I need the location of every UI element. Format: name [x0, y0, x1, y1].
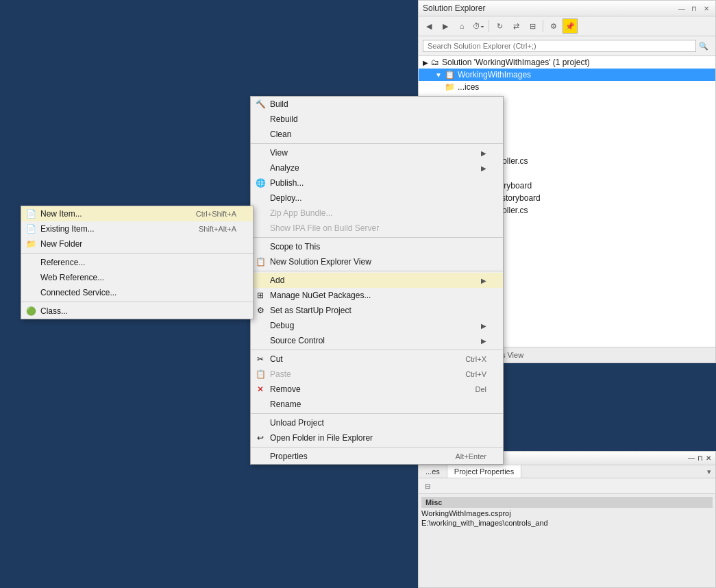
cm-zip-label: Zip App Bundle...: [270, 208, 332, 218]
cm-deploy[interactable]: Deploy...: [251, 191, 503, 206]
cm-clean-label: Clean: [270, 130, 291, 139]
tree-item-label: ...ices: [458, 82, 479, 92]
cm-sep-1: [251, 143, 503, 144]
remove-icon: ✕: [255, 384, 266, 395]
cm-rename[interactable]: Rename: [251, 397, 503, 412]
cm-paste: 📋 Paste Ctrl+V: [251, 367, 503, 382]
props-title-controls: — ⊓ ✕: [688, 454, 711, 462]
folder-icon: 📁: [445, 82, 455, 92]
cm-show-ipa: Show IPA File on Build Server: [251, 221, 503, 236]
cm-rebuild[interactable]: Rebuild: [251, 112, 503, 127]
sync-button[interactable]: ⇄: [508, 19, 523, 34]
sub-sep-2: [21, 302, 253, 302]
pin-button[interactable]: 📌: [563, 19, 578, 34]
cm-rename-label: Rename: [270, 400, 301, 409]
search-icon[interactable]: 🔍: [696, 38, 711, 53]
props-value-1: WorkingWithImages.csproj: [421, 509, 511, 517]
cm-source-control[interactable]: Source Control ▶: [251, 333, 503, 348]
cm-remove-label: Remove: [270, 384, 301, 394]
props-row-1: WorkingWithImages.csproj: [421, 509, 713, 517]
cm-analyze[interactable]: Analyze ▶: [251, 160, 503, 175]
sub-class-label: Class...: [40, 306, 68, 316]
cm-manage-nuget[interactable]: ⊞ Manage NuGet Packages...: [251, 288, 503, 303]
cm-analyze-label: Analyze: [270, 163, 299, 173]
cm-paste-shortcut: Ctrl+V: [465, 370, 486, 378]
cm-sep-3: [251, 271, 503, 271]
new-item-icon: 📄: [25, 208, 36, 219]
cm-paste-label: Paste: [270, 369, 291, 379]
sub-new-folder-label: New Folder: [40, 239, 82, 249]
solution-explorer-titlebar: Solution Explorer — ⊓ ✕: [419, 1, 715, 16]
sub-reference[interactable]: Reference...: [21, 255, 253, 270]
sub-existing-item-shortcut: Shift+Alt+A: [199, 225, 236, 233]
tree-item-solution[interactable]: ▶ 🗂 Solution 'WorkingWithImages' (1 proj…: [419, 56, 715, 69]
sub-new-item-label: New Item...: [40, 209, 82, 219]
cm-debug[interactable]: Debug ▶: [251, 318, 503, 333]
props-dropdown-icon[interactable]: ▾: [707, 467, 711, 476]
forward-button[interactable]: ▶: [438, 19, 453, 34]
sub-new-item-shortcut: Ctrl+Shift+A: [196, 210, 236, 218]
class-icon: 🟢: [25, 306, 36, 317]
tab-files[interactable]: ...es: [419, 465, 447, 478]
settings-button[interactable]: ⚙: [546, 19, 561, 34]
home-button[interactable]: ⌂: [454, 19, 469, 34]
props-minimize-icon[interactable]: —: [688, 454, 695, 462]
sub-existing-item[interactable]: 📄 Existing Item... Shift+Alt+A: [21, 221, 253, 236]
props-tabs-bar: ...es Project Properties ▾: [419, 465, 715, 478]
cm-cut-shortcut: Ctrl+X: [465, 355, 486, 363]
cm-open-folder-label: Open Folder in File Explorer: [270, 433, 373, 443]
cm-view[interactable]: View ▶: [251, 145, 503, 160]
cm-add-arrow: ▶: [481, 277, 486, 284]
cm-deploy-label: Deploy...: [270, 193, 301, 203]
cm-new-se-view[interactable]: 📋 New Solution Explorer View: [251, 254, 503, 269]
history-button[interactable]: ⏱▾: [471, 19, 486, 34]
cm-properties-label: Properties: [270, 452, 308, 461]
cm-clean[interactable]: Clean: [251, 127, 503, 142]
close-icon[interactable]: ✕: [702, 3, 711, 13]
cm-open-folder[interactable]: ↩ Open Folder in File Explorer: [251, 430, 503, 445]
cm-unload[interactable]: Unload Project: [251, 415, 503, 430]
cm-scope-to-this[interactable]: Scope to This: [251, 239, 503, 254]
cm-publish[interactable]: 🌐 Publish...: [251, 175, 503, 191]
sub-new-folder[interactable]: 📁 New Folder: [21, 236, 253, 252]
cm-build[interactable]: 🔨 Build: [251, 97, 503, 112]
back-button[interactable]: ◀: [421, 19, 436, 34]
cm-show-ipa-label: Show IPA File on Build Server: [270, 223, 379, 233]
sub-new-item[interactable]: 📄 New Item... Ctrl+Shift+A: [21, 206, 253, 221]
props-close-icon[interactable]: ✕: [706, 454, 711, 462]
tree-item-project[interactable]: ▼ 📋 WorkingWithImages: [419, 69, 715, 81]
cm-remove[interactable]: ✕ Remove Del: [251, 382, 503, 397]
cm-add[interactable]: Add ▶: [251, 273, 503, 288]
cm-debug-label: Debug: [270, 321, 294, 330]
refresh-button[interactable]: ↻: [492, 19, 507, 34]
cm-sep-5: [251, 413, 503, 414]
props-pin-icon[interactable]: ⊓: [698, 454, 703, 462]
sub-connected-service[interactable]: Connected Service...: [21, 285, 253, 300]
solution-explorer-toolbar: ◀ ▶ ⌂ ⏱▾ ↻ ⇄ ⊟ ⚙ 📌: [419, 16, 715, 36]
pin-icon[interactable]: ⊓: [689, 3, 699, 13]
nuget-icon: ⊞: [255, 290, 266, 301]
search-input[interactable]: [423, 40, 696, 52]
tree-item-1[interactable]: 📁 ...ices: [419, 81, 715, 93]
props-collapse-btn[interactable]: ⊟: [421, 480, 434, 492]
properties-panel: — ⊓ ✕ ...es Project Properties ▾ ⊟ Misc …: [418, 451, 716, 588]
sub-web-reference[interactable]: Web Reference...: [21, 270, 253, 285]
sub-class[interactable]: 🟢 Class...: [21, 304, 253, 319]
titlebar-controls: — ⊓ ✕: [677, 3, 711, 13]
cm-sep-6: [251, 447, 503, 448]
new-folder-icon: 📁: [25, 238, 36, 249]
props-content: Misc WorkingWithImages.csproj E:\working…: [419, 494, 715, 587]
cm-scope-label: Scope to This: [270, 242, 320, 252]
cm-properties[interactable]: Properties Alt+Enter: [251, 449, 503, 464]
props-row-2: E:\working_with_images\controls_and: [421, 519, 713, 527]
minimize-icon[interactable]: —: [677, 3, 687, 13]
cm-cut[interactable]: ✂ Cut Ctrl+X: [251, 352, 503, 367]
props-toolbar: ⊟: [419, 478, 715, 494]
toolbar-separator-1: [489, 20, 489, 32]
project-label: WorkingWithImages: [458, 70, 531, 79]
cm-view-label: View: [270, 148, 288, 158]
collapse-button[interactable]: ⊟: [525, 19, 540, 34]
cm-set-startup[interactable]: ⚙ Set as StartUp Project: [251, 303, 503, 318]
tab-project-properties[interactable]: Project Properties: [447, 465, 521, 478]
cm-sep-2: [251, 237, 503, 238]
